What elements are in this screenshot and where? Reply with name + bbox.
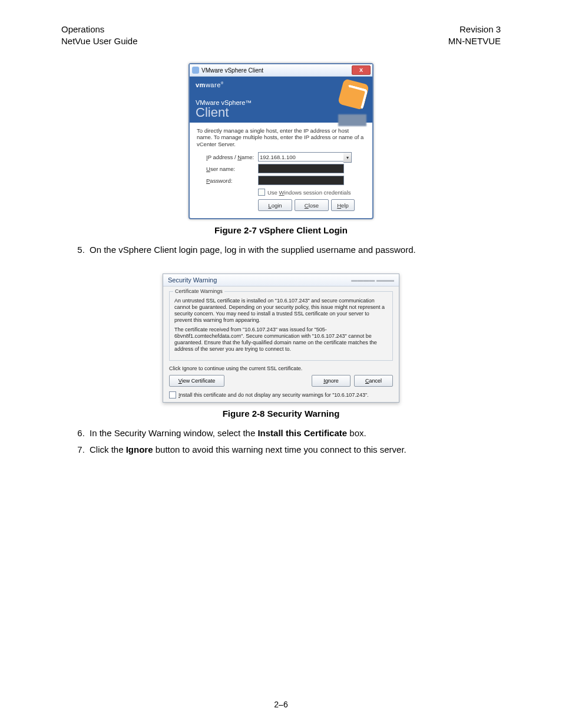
dialog-header: vmware® VMware vSphere™ Client (190, 77, 372, 123)
ip-label: IP address / Name: (206, 154, 258, 160)
figure-2-8-caption: Figure 2-8 Security Warning (61, 409, 501, 419)
password-field[interactable] (258, 176, 344, 185)
install-certificate-checkbox[interactable]: Install this certificate and do not disp… (169, 391, 393, 398)
help-button[interactable]: Help (331, 199, 355, 211)
header-left-1: Operations (61, 24, 272, 35)
login-button[interactable]: Login (258, 199, 292, 211)
close-button[interactable]: Close (295, 199, 329, 211)
warning-para-1: An untrusted SSL certificate is installe… (174, 298, 388, 324)
username-field[interactable] (258, 164, 344, 173)
cancel-button[interactable]: Cancel (354, 375, 393, 387)
header-right-1: Revision 3 (290, 24, 501, 35)
vmware-logo-text: vmware® (196, 81, 366, 88)
pass-label: Password: (206, 177, 258, 184)
checkbox-icon (258, 189, 265, 196)
step-list-1: On the vSphere Client login page, log in… (61, 243, 501, 257)
window-title: VMware vSphere Client (201, 67, 263, 74)
vsphere-login-dialog: VMware vSphere Client X vmware® VMware v… (189, 63, 373, 219)
icon-shadow (338, 114, 366, 126)
use-windows-checkbox[interactable]: Use Windows session credentials (258, 189, 365, 196)
ignore-button[interactable]: Ignore (312, 375, 351, 387)
step-list-2: In the Security Warning window, select t… (61, 427, 501, 457)
checkbox-icon (169, 391, 176, 398)
figure-2-7-caption: Figure 2-7 vSphere Client Login (61, 225, 501, 235)
close-icon[interactable]: X (352, 65, 371, 75)
step-7: Click the Ignore button to avoid this wa… (87, 443, 501, 457)
page-number: 2–6 (0, 700, 562, 709)
step-5: On the vSphere Client login page, log in… (87, 243, 501, 257)
figure-2-8: Security Warning ▬▬▬▬ ▬▬▬ Certificate Wa… (61, 274, 501, 419)
user-label: User name: (206, 166, 258, 172)
login-instruction: To directly manage a single host, enter … (197, 127, 365, 147)
install-label: Install this certificate and do not disp… (178, 392, 369, 398)
ip-value: 192.168.1.100 (260, 154, 296, 160)
ip-field[interactable]: 192.168.1.100 ▾ (258, 152, 344, 162)
warning-para-2: The certificate received from "10.6.107.… (174, 327, 388, 353)
chevron-down-icon[interactable]: ▾ (343, 152, 352, 163)
security-warning-dialog: Security Warning ▬▬▬▬ ▬▬▬ Certificate Wa… (163, 274, 399, 403)
header-left-2: NetVue User Guide (61, 35, 272, 47)
header-right-2: MN-NETVUE (290, 35, 501, 47)
security-titlebar: Security Warning ▬▬▬▬ ▬▬▬ (163, 274, 399, 286)
page-header: Operations NetVue User Guide Revision 3 … (61, 24, 501, 47)
step-6: In the Security Warning window, select t… (87, 427, 501, 440)
app-icon (192, 67, 199, 74)
use-windows-label: Use Windows session credentials (267, 189, 351, 196)
security-title: Security Warning (168, 276, 217, 284)
certificate-warnings-group: Certificate Warnings An untrusted SSL ce… (169, 291, 393, 361)
titlebar: VMware vSphere Client X (190, 64, 372, 77)
click-ignore-text: Click Ignore to continue using the curre… (169, 365, 393, 371)
blurred-text: ▬▬▬▬ ▬▬▬ (351, 276, 394, 284)
group-legend: Certificate Warnings (173, 288, 224, 294)
view-certificate-button[interactable]: View Certificate (169, 375, 224, 387)
figure-2-7: VMware vSphere Client X vmware® VMware v… (61, 63, 501, 235)
